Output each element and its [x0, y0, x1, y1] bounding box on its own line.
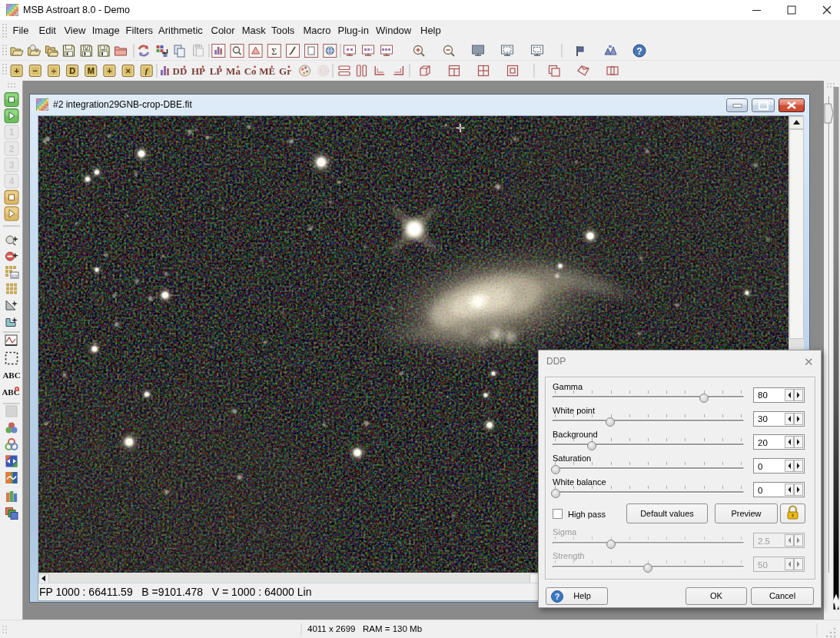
svg-text:+: + [107, 66, 111, 75]
svg-text:2: 2 [9, 144, 15, 155]
svg-text:?: ? [555, 592, 560, 601]
svg-text:ABC: ABC [2, 371, 20, 380]
svg-text:J: J [102, 45, 105, 52]
svg-text:D: D [69, 66, 75, 75]
svg-text:V: V [85, 45, 89, 52]
svg-text:1: 1 [9, 127, 15, 138]
svg-text:Σ: Σ [271, 46, 277, 57]
svg-text:+: + [14, 66, 18, 75]
svg-text:3: 3 [9, 160, 15, 171]
svg-text:?: ? [636, 46, 642, 57]
svg-text:×: × [125, 66, 130, 75]
svg-text:4: 4 [9, 176, 15, 187]
svg-text:−: − [33, 66, 38, 75]
svg-text:M: M [88, 66, 95, 75]
svg-text:÷: ÷ [51, 66, 56, 75]
